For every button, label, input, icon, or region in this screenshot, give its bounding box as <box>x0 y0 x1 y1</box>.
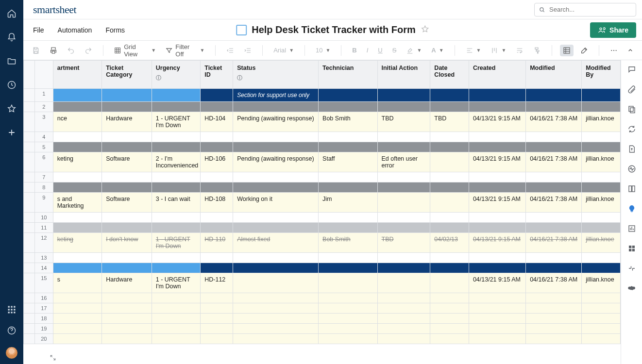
sheet-grid[interactable]: artment Ticket Category Urgencyⓘ Ticket … <box>23 60 621 364</box>
row-number[interactable]: 11 <box>35 223 53 233</box>
row-gutter[interactable] <box>24 263 35 273</box>
menu-automation[interactable]: Automation <box>57 24 93 36</box>
cell-status[interactable]: Pending (awaiting response) <box>233 152 319 172</box>
update-requests-icon[interactable] <box>627 125 636 135</box>
cell-urgency[interactable]: 1 - URGENT I'm Down <box>152 273 200 293</box>
cell-initial_action[interactable] <box>377 223 430 233</box>
cell-date_closed[interactable] <box>430 273 469 293</box>
row-gutter[interactable] <box>24 314 35 324</box>
italic-icon[interactable]: I <box>364 45 372 56</box>
table-row[interactable]: 2 <box>24 102 621 112</box>
cell-modified[interactable] <box>526 314 582 324</box>
help-icon[interactable] <box>7 326 17 337</box>
cell-status[interactable] <box>233 263 319 273</box>
cell-date_closed[interactable] <box>430 314 469 324</box>
cell-department[interactable] <box>53 89 101 102</box>
cell-status[interactable] <box>233 172 319 182</box>
bell-icon[interactable] <box>7 33 17 44</box>
cell-technician[interactable] <box>319 334 377 344</box>
cell-modified[interactable] <box>526 213 582 223</box>
cell-initial_action[interactable]: TBD <box>377 233 430 253</box>
cell-technician[interactable]: Bob Smith <box>319 112 377 132</box>
cell-department[interactable] <box>53 263 101 273</box>
cell-date_closed[interactable] <box>430 253 469 263</box>
cell-status[interactable] <box>233 213 319 223</box>
cell-date_closed[interactable] <box>430 324 469 334</box>
row-number[interactable]: 1 <box>35 89 53 102</box>
proofs-icon[interactable] <box>627 105 636 115</box>
cell-ticket_category[interactable]: Hardware <box>102 273 152 293</box>
cell-modified[interactable] <box>526 324 582 334</box>
cell-created[interactable] <box>469 314 525 324</box>
wrap-text-icon[interactable] <box>513 45 526 56</box>
cell-modified_by[interactable]: jillian.knoe <box>582 152 621 172</box>
cell-technician[interactable] <box>319 142 377 152</box>
cell-created[interactable]: 04/13/21 9:15 AM <box>469 112 525 132</box>
cell-technician[interactable] <box>319 223 377 233</box>
col-technician[interactable]: Technician <box>319 61 377 89</box>
row-gutter[interactable] <box>24 223 35 233</box>
cell-status[interactable] <box>233 182 319 193</box>
cell-date_closed[interactable] <box>430 334 469 344</box>
cell-initial_action[interactable] <box>377 334 430 344</box>
cell-modified_by[interactable] <box>582 263 621 273</box>
row-gutter[interactable] <box>24 152 35 172</box>
favorite-star-icon[interactable] <box>421 25 429 35</box>
cell-status[interactable] <box>233 253 319 263</box>
cell-initial_action[interactable] <box>377 172 430 182</box>
row-number[interactable]: 10 <box>35 213 53 223</box>
search-input[interactable] <box>548 5 632 14</box>
cell-technician[interactable] <box>319 213 377 223</box>
cell-urgency[interactable] <box>152 324 200 334</box>
activity-log-icon[interactable] <box>627 165 636 175</box>
cell-department[interactable] <box>53 213 101 223</box>
cell-urgency[interactable] <box>152 213 200 223</box>
cell-date_closed[interactable] <box>430 172 469 182</box>
table-row[interactable]: 12ketingI don't know1 - URGENT I'm DownH… <box>24 233 621 253</box>
row-gutter[interactable] <box>24 182 35 193</box>
cell-modified[interactable] <box>526 263 582 273</box>
cell-modified_by[interactable] <box>582 89 621 102</box>
cell-modified[interactable] <box>526 223 582 233</box>
table-row[interactable]: 5 <box>24 142 621 152</box>
cell-date_closed[interactable] <box>430 223 469 233</box>
cell-status[interactable] <box>233 223 319 233</box>
cell-initial_action[interactable] <box>377 303 430 314</box>
row-number[interactable]: 20 <box>35 334 53 344</box>
cell-urgency[interactable] <box>152 142 200 152</box>
cell-ticket_category[interactable]: I don't know <box>102 233 152 253</box>
fill-color-dropdown[interactable]: ▼ <box>403 45 424 56</box>
table-row[interactable]: 15sHardware1 - URGENT I'm DownHD-11204/1… <box>24 273 621 293</box>
highlight-changes-icon[interactable] <box>577 45 591 56</box>
row-gutter[interactable] <box>24 112 35 132</box>
cell-created[interactable] <box>469 263 525 273</box>
bold-icon[interactable]: B <box>349 45 359 56</box>
cell-department[interactable]: keting <box>53 152 101 172</box>
cell-department[interactable] <box>53 223 101 233</box>
cell-ticket_id[interactable]: HD-110 <box>201 233 233 253</box>
cell-ticket_category[interactable] <box>102 253 152 263</box>
cell-modified_by[interactable] <box>582 132 621 142</box>
cell-urgency[interactable] <box>152 182 200 193</box>
table-row[interactable]: 9s and MarketingSoftware3 - I can waitHD… <box>24 193 621 213</box>
cell-ticket_category[interactable] <box>102 172 152 182</box>
table-row[interactable]: 4 <box>24 132 621 142</box>
row-gutter[interactable] <box>24 213 35 223</box>
cell-ticket_category[interactable] <box>102 132 152 142</box>
cell-initial_action[interactable]: Ed often user error <box>377 152 430 172</box>
global-search[interactable] <box>534 3 636 17</box>
col-modified-by[interactable]: Modified By <box>582 61 621 89</box>
cell-ticket_id[interactable]: HD-106 <box>201 152 233 172</box>
cell-initial_action[interactable] <box>377 102 430 112</box>
table-row[interactable]: 14 <box>24 263 621 273</box>
cell-ticket_category[interactable]: Software <box>102 193 152 213</box>
home-icon[interactable] <box>7 9 17 20</box>
col-department[interactable]: artment <box>53 61 101 89</box>
cell-modified[interactable] <box>526 293 582 303</box>
cell-urgency[interactable] <box>152 102 200 112</box>
cell-modified[interactable] <box>526 89 582 102</box>
cell-urgency[interactable] <box>152 223 200 233</box>
cell-created[interactable] <box>469 142 525 152</box>
cell-history-icon[interactable] <box>627 184 636 195</box>
cell-created[interactable] <box>469 293 525 303</box>
